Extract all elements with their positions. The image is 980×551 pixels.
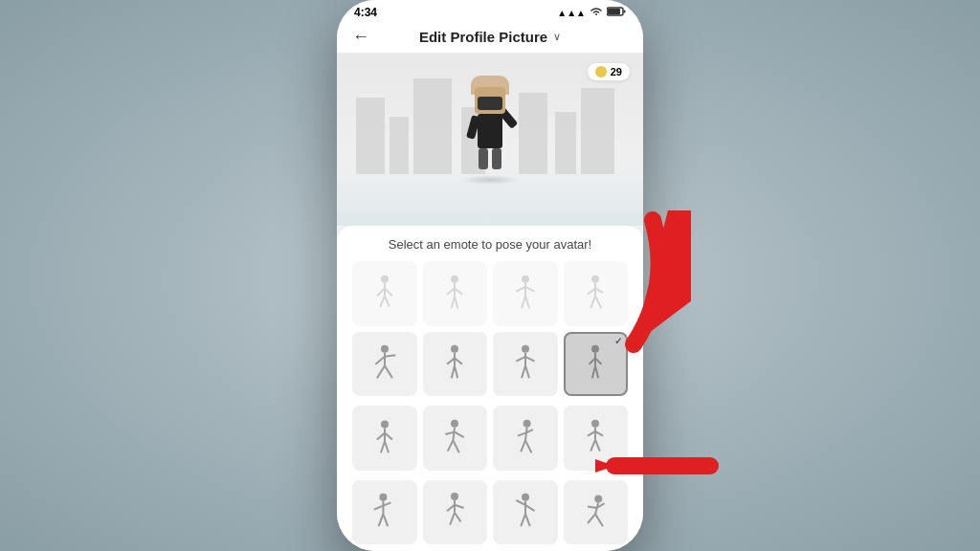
emote-2[interactable] bbox=[423, 332, 488, 397]
emote-section: Select an emote to pose your avatar! bbox=[337, 226, 643, 551]
svg-line-30 bbox=[385, 355, 395, 357]
emote-grid-row2 bbox=[352, 406, 628, 471]
svg-point-3 bbox=[381, 276, 389, 283]
svg-point-9 bbox=[451, 276, 458, 283]
emote-figure-8 bbox=[580, 419, 611, 457]
svg-rect-1 bbox=[624, 11, 626, 13]
svg-line-8 bbox=[385, 296, 390, 306]
svg-line-12 bbox=[455, 288, 462, 294]
status-icons: ▲▲▲ bbox=[557, 7, 626, 18]
coin-icon bbox=[595, 66, 607, 77]
svg-line-23 bbox=[588, 288, 595, 294]
svg-line-71 bbox=[588, 431, 595, 436]
svg-line-24 bbox=[595, 288, 603, 293]
svg-line-7 bbox=[380, 296, 385, 306]
svg-line-89 bbox=[516, 500, 525, 505]
avatar-shadow bbox=[461, 175, 519, 185]
avatar-scene: 29 bbox=[337, 54, 643, 226]
svg-line-36 bbox=[455, 359, 462, 364]
svg-line-25 bbox=[590, 296, 595, 308]
emote-figure-p3 bbox=[510, 275, 541, 313]
emote-9[interactable] bbox=[352, 480, 417, 545]
svg-line-85 bbox=[450, 513, 455, 525]
header: ← Edit Profile Picture ∨ bbox=[337, 21, 643, 54]
back-button[interactable]: ← bbox=[352, 27, 369, 47]
svg-point-21 bbox=[591, 276, 599, 283]
svg-line-54 bbox=[385, 432, 392, 439]
emote-12[interactable] bbox=[564, 480, 629, 545]
svg-line-42 bbox=[525, 357, 535, 362]
avatar-leg-left bbox=[479, 148, 488, 169]
emote-5[interactable] bbox=[352, 406, 417, 471]
svg-line-29 bbox=[375, 357, 385, 364]
svg-rect-2 bbox=[608, 9, 620, 14]
svg-point-33 bbox=[451, 345, 458, 353]
emote-figure-1 bbox=[369, 344, 400, 383]
page-title: Edit Profile Picture bbox=[419, 29, 547, 45]
avatar-body bbox=[478, 114, 502, 148]
svg-line-53 bbox=[377, 432, 385, 439]
avatar-leg-right bbox=[492, 148, 501, 169]
emote-3[interactable] bbox=[493, 332, 558, 397]
svg-line-26 bbox=[595, 296, 601, 308]
svg-point-75 bbox=[379, 494, 387, 501]
status-bar: 4:34 ▲▲▲ bbox=[337, 0, 643, 21]
svg-line-65 bbox=[518, 432, 526, 435]
svg-line-67 bbox=[521, 440, 525, 452]
svg-line-78 bbox=[383, 503, 390, 506]
svg-line-86 bbox=[455, 513, 460, 522]
svg-line-91 bbox=[521, 515, 525, 527]
emote-10[interactable] bbox=[423, 480, 488, 545]
emote-figure-5 bbox=[369, 419, 400, 457]
svg-point-87 bbox=[522, 494, 529, 501]
svg-point-15 bbox=[522, 276, 529, 283]
svg-point-57 bbox=[451, 420, 458, 428]
avatar-figure bbox=[452, 68, 528, 183]
battery-icon bbox=[607, 7, 626, 18]
emote-11[interactable] bbox=[493, 480, 558, 545]
svg-line-72 bbox=[595, 431, 603, 436]
emote-figure-6 bbox=[439, 419, 470, 457]
svg-line-55 bbox=[381, 441, 385, 452]
svg-line-95 bbox=[588, 507, 597, 509]
emote-figure-p2 bbox=[439, 275, 470, 313]
emote-partial-2[interactable] bbox=[423, 261, 488, 326]
svg-line-31 bbox=[377, 366, 385, 379]
svg-line-62 bbox=[454, 440, 459, 452]
avatar-arm-left bbox=[466, 115, 480, 140]
chevron-down-icon[interactable]: ∨ bbox=[553, 31, 561, 43]
svg-line-90 bbox=[525, 505, 535, 511]
svg-line-44 bbox=[525, 366, 529, 379]
svg-line-41 bbox=[516, 357, 525, 362]
svg-line-43 bbox=[522, 366, 525, 379]
emote-figure-p4 bbox=[580, 275, 611, 313]
avatar-mask bbox=[478, 97, 502, 110]
emote-grid-row3 bbox=[352, 480, 628, 545]
emote-figure-7 bbox=[510, 419, 541, 457]
emote-figure-10 bbox=[439, 493, 470, 531]
svg-line-11 bbox=[447, 288, 455, 294]
emote-8[interactable] bbox=[564, 406, 629, 471]
svg-line-77 bbox=[374, 506, 384, 510]
svg-line-18 bbox=[525, 287, 535, 292]
emote-partial-3[interactable] bbox=[493, 261, 558, 326]
svg-point-63 bbox=[523, 420, 530, 428]
svg-line-6 bbox=[385, 288, 392, 296]
emote-partial-1[interactable] bbox=[352, 261, 417, 326]
emote-7[interactable] bbox=[493, 406, 558, 471]
emote-6[interactable] bbox=[423, 406, 488, 471]
svg-line-60 bbox=[455, 431, 464, 437]
svg-line-98 bbox=[595, 515, 603, 527]
svg-point-27 bbox=[381, 345, 389, 353]
emote-1[interactable] bbox=[352, 332, 417, 397]
emote-partial-4[interactable] bbox=[564, 261, 629, 326]
emote-4-selected[interactable] bbox=[564, 332, 629, 397]
emote-row-partial bbox=[352, 261, 628, 326]
svg-line-92 bbox=[525, 515, 530, 527]
svg-line-56 bbox=[385, 441, 389, 452]
emote-grid-row1 bbox=[352, 332, 628, 397]
wifi-icon bbox=[590, 7, 603, 18]
svg-line-58 bbox=[454, 428, 456, 441]
svg-point-93 bbox=[594, 496, 602, 503]
signal-icon: ▲▲▲ bbox=[557, 8, 586, 18]
